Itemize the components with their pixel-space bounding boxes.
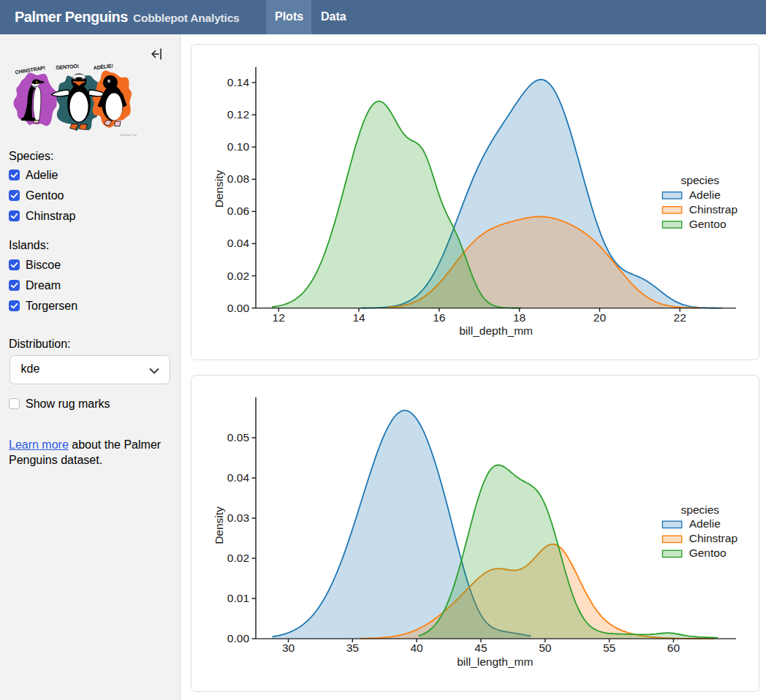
- svg-text:ADÉLIE!: ADÉLIE!: [93, 62, 113, 71]
- svg-text:@allison_horst: @allison_horst: [120, 133, 137, 137]
- svg-text:GENTOO!: GENTOO!: [56, 64, 79, 71]
